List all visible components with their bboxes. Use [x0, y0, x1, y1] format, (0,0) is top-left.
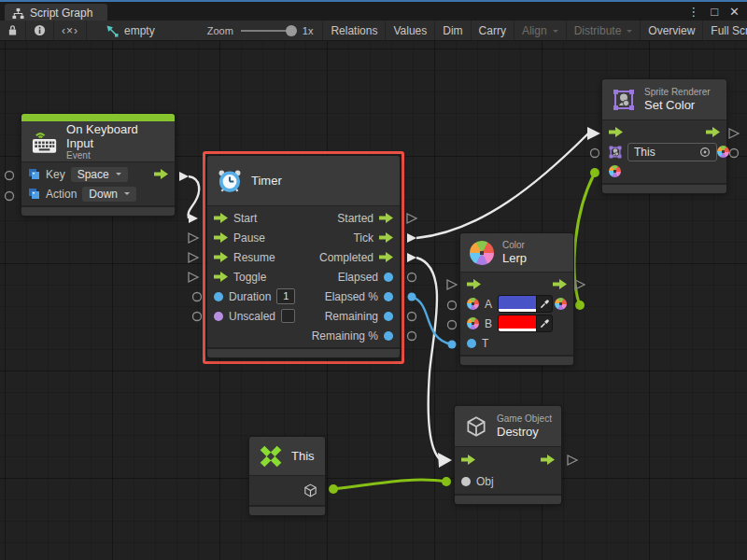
lock-button[interactable]: [0, 21, 26, 40]
wire-lerp-to-setcolor[interactable]: [574, 175, 594, 305]
full-screen-button[interactable]: Full Screen: [703, 21, 747, 40]
port-setcolor-flow-out[interactable]: [729, 129, 739, 138]
info-button[interactable]: [26, 21, 54, 40]
wire-completed-to-destroy[interactable]: [416, 258, 440, 459]
port-timer-remaining-percent[interactable]: [408, 332, 416, 341]
wire-this-to-obj[interactable]: [333, 480, 445, 489]
overview-button[interactable]: Overview: [641, 21, 703, 40]
color-swatch-b[interactable]: [499, 315, 536, 331]
node-on-keyboard-input[interactable]: On Keyboard Input Event Key Space: [21, 114, 175, 216]
wire-elapsed-to-t[interactable]: [412, 297, 452, 344]
flow-arrow-icon[interactable]: [214, 213, 228, 223]
object-port-icon[interactable]: [461, 477, 471, 486]
port-lerp-b[interactable]: [448, 321, 457, 329]
port-lerp-flow-in[interactable]: [447, 280, 457, 289]
port-timer-elapsed[interactable]: [408, 273, 416, 282]
value-port-icon[interactable]: [384, 312, 393, 321]
port-timer-remaining[interactable]: [408, 313, 416, 321]
unscaled-checkbox[interactable]: [281, 309, 295, 323]
port-row: [455, 449, 561, 470]
port-setcolor-result[interactable]: [730, 149, 739, 158]
port-lerp-result-out[interactable]: [575, 301, 585, 310]
flow-arrow-icon[interactable]: [541, 455, 555, 465]
relations-button[interactable]: Relations: [323, 21, 386, 40]
graph-pointer[interactable]: empty: [87, 21, 164, 40]
bool-port-icon[interactable]: [214, 312, 223, 321]
port-timer-started[interactable]: [407, 214, 416, 223]
target-field[interactable]: This: [627, 143, 717, 161]
flow-arrow-icon[interactable]: [214, 252, 228, 262]
port-keyboard-trigger-out[interactable]: [179, 172, 189, 181]
variables-button[interactable]: ‹×›: [54, 21, 87, 40]
port-timer-completed[interactable]: [407, 253, 416, 262]
port-timer-resume[interactable]: [189, 253, 198, 262]
values-button[interactable]: Values: [386, 21, 435, 40]
value-port-icon[interactable]: [214, 292, 223, 301]
window-menu-icon[interactable]: ⋮: [687, 6, 699, 18]
action-dropdown[interactable]: Down: [82, 187, 136, 202]
node-destroy[interactable]: Game Object Destroy Obj: [455, 406, 561, 504]
eyedropper-icon[interactable]: [536, 315, 552, 331]
port-timer-toggle[interactable]: [189, 273, 198, 282]
flow-arrow-icon[interactable]: [461, 455, 475, 465]
port-elapsed-percent-out[interactable]: [408, 293, 416, 301]
carry-button[interactable]: Carry: [472, 21, 514, 40]
eyedropper-icon[interactable]: [536, 296, 552, 312]
port-timer-duration[interactable]: [193, 293, 202, 301]
flow-arrow-icon[interactable]: [706, 127, 720, 137]
zoom-slider-handle[interactable]: [286, 25, 297, 36]
key-dropdown[interactable]: Space: [71, 167, 128, 182]
tab-script-graph[interactable]: Script Graph: [5, 4, 107, 22]
color-field-b[interactable]: [498, 315, 553, 332]
wire-tick-to-setcolor[interactable]: [416, 133, 588, 238]
color-port-icon[interactable]: [609, 165, 621, 177]
flow-arrow-icon[interactable]: [379, 213, 393, 223]
node-this[interactable]: This: [249, 437, 325, 515]
port-destroy-flow-out[interactable]: [568, 455, 577, 465]
color-swatch-a[interactable]: [499, 296, 536, 312]
color-port-icon[interactable]: [717, 146, 729, 158]
value-port-icon[interactable]: [384, 273, 393, 282]
port-lerp-flow-out[interactable]: [575, 280, 585, 289]
value-port-icon[interactable]: [467, 339, 476, 348]
flow-arrow-icon[interactable]: [467, 279, 481, 289]
port-obj-in[interactable]: [442, 477, 451, 486]
value-port-icon[interactable]: [384, 292, 393, 301]
dim-button[interactable]: Dim: [435, 21, 471, 40]
close-icon[interactable]: ✕: [729, 6, 740, 18]
port-t-in[interactable]: [448, 341, 457, 349]
flow-arrow-icon[interactable]: [214, 272, 228, 282]
port-timer-unscaled[interactable]: [193, 313, 202, 321]
duration-input[interactable]: 1: [276, 288, 295, 304]
port-keyboard-key[interactable]: [6, 172, 14, 180]
node-color-lerp[interactable]: Color Lerp A: [460, 233, 573, 365]
color-port-icon[interactable]: [555, 298, 567, 310]
flow-arrow-icon[interactable]: [379, 232, 393, 243]
wire-keyboard-to-timer[interactable]: [188, 176, 199, 218]
target-icon[interactable]: [699, 147, 711, 158]
port-setcolor-color-in[interactable]: [590, 168, 599, 177]
graph-canvas[interactable]: On Keyboard Input Event Key Space: [0, 41, 747, 560]
node-timer[interactable]: Timer Start Started Pause Tick Resume Co…: [207, 156, 400, 357]
flow-arrow-icon[interactable]: [609, 127, 623, 137]
port-this-out[interactable]: [329, 484, 338, 494]
color-port-icon[interactable]: [467, 298, 479, 310]
color-port-icon[interactable]: [467, 317, 479, 329]
color-field-a[interactable]: [498, 295, 553, 313]
node-header: Timer: [207, 156, 400, 206]
port-timer-tick[interactable]: [407, 233, 416, 243]
port-setcolor-target[interactable]: [591, 149, 599, 158]
maximize-icon[interactable]: □: [711, 6, 718, 18]
port-timer-pause[interactable]: [189, 233, 198, 243]
node-set-color[interactable]: Sprite Renderer Set Color: [602, 79, 726, 193]
flow-arrow-icon[interactable]: [553, 279, 567, 289]
flow-arrow-icon[interactable]: [379, 252, 393, 262]
flow-arrow-icon[interactable]: [214, 232, 228, 243]
game-object-port-icon[interactable]: [303, 483, 318, 498]
port-lerp-a[interactable]: [448, 301, 457, 310]
port-keyboard-action[interactable]: [6, 192, 14, 201]
port-timer-start[interactable]: [189, 214, 198, 223]
value-port-icon[interactable]: [384, 331, 393, 341]
zoom-slider[interactable]: [241, 30, 295, 32]
flow-arrow-icon[interactable]: [154, 169, 168, 179]
